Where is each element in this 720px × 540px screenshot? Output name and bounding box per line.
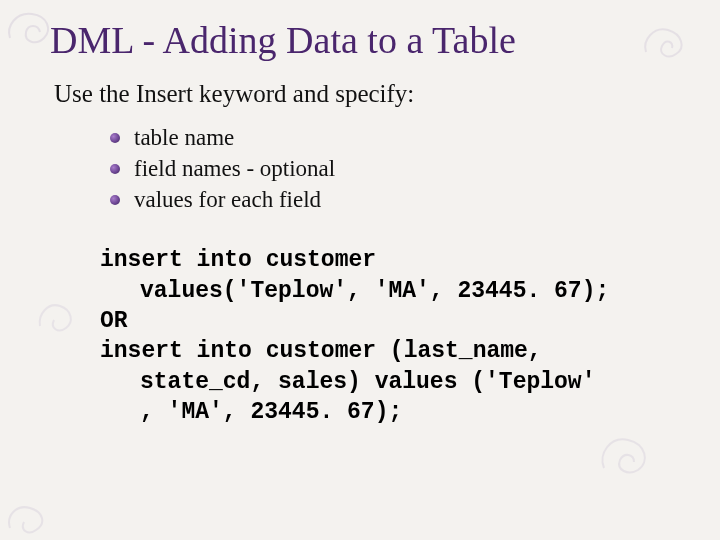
slide: DML - Adding Data to a Table Use the Ins… (0, 0, 720, 540)
bullet-list: table name field names - optional values… (50, 122, 670, 215)
list-item: values for each field (110, 184, 670, 215)
code-line: state_cd, sales) values ('Teplow' (100, 367, 670, 397)
bullet-text: values for each field (134, 187, 321, 212)
bullet-text: table name (134, 125, 234, 150)
code-line: values('Teplow', 'MA', 23445. 67); (100, 276, 670, 306)
code-line: , 'MA', 23445. 67); (100, 397, 670, 427)
slide-title: DML - Adding Data to a Table (50, 18, 670, 62)
intro-text: Use the Insert keyword and specify: (54, 80, 670, 108)
bullet-text: field names - optional (134, 156, 335, 181)
code-line: insert into customer (100, 245, 670, 275)
list-item: table name (110, 122, 670, 153)
code-example: insert into customer values('Teplow', 'M… (100, 245, 670, 427)
code-line: insert into customer (last_name, (100, 336, 670, 366)
list-item: field names - optional (110, 153, 670, 184)
code-line: OR (100, 306, 670, 336)
